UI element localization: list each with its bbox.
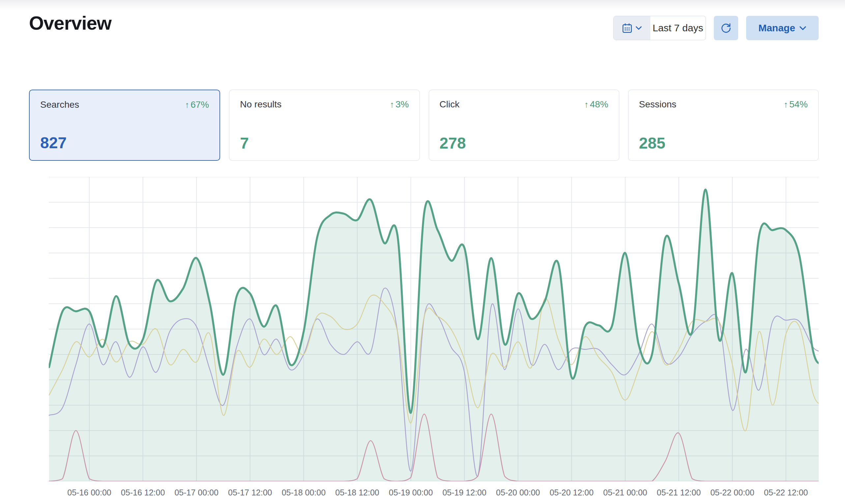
trend-up-icon: ↑ xyxy=(584,100,588,110)
x-axis-label: 05-22 12:00 xyxy=(764,488,808,498)
traffic-chart-canvas[interactable] xyxy=(49,177,818,481)
x-axis-label: 05-19 00:00 xyxy=(389,488,433,498)
metric-card-searches[interactable]: Searches ↑67% 827 xyxy=(29,90,220,161)
metric-card-no-results[interactable]: No results ↑3% 7 xyxy=(229,90,420,161)
date-range-picker[interactable]: Last 7 days xyxy=(613,16,706,40)
trend-up-icon: ↑ xyxy=(784,100,788,110)
x-axis-label: 05-20 00:00 xyxy=(496,488,540,498)
metric-value: 7 xyxy=(240,136,409,151)
refresh-icon xyxy=(720,22,732,34)
metric-label: Sessions xyxy=(639,99,676,110)
x-axis-label: 05-17 12:00 xyxy=(228,488,272,498)
metric-label: Searches xyxy=(40,100,79,110)
toolbar: Last 7 days Manage xyxy=(613,16,818,40)
trend-up-icon: ↑ xyxy=(390,100,394,110)
metric-card-click[interactable]: Click ↑48% 278 xyxy=(429,90,619,161)
chevron-down-icon xyxy=(799,26,807,31)
metric-delta: ↑67% xyxy=(185,100,209,110)
metric-value: 285 xyxy=(639,136,808,151)
manage-button-label: Manage xyxy=(758,22,795,34)
refresh-button[interactable] xyxy=(714,16,738,40)
x-axis-label: 05-21 12:00 xyxy=(657,488,701,498)
x-axis-label: 05-17 00:00 xyxy=(174,488,218,498)
x-axis-label: 05-19 12:00 xyxy=(442,488,486,498)
x-axis-label: 05-20 12:00 xyxy=(550,488,594,498)
metric-delta: ↑54% xyxy=(784,99,808,110)
x-axis-label: 05-21 00:00 xyxy=(603,488,647,498)
metric-delta: ↑48% xyxy=(584,99,609,110)
chevron-down-icon xyxy=(635,26,642,30)
traffic-chart: 05-16 00:0005-16 12:0005-17 00:0005-17 1… xyxy=(0,0,845,504)
page-title: Overview xyxy=(29,12,111,34)
calendar-icon xyxy=(621,22,633,34)
metric-value: 278 xyxy=(440,136,609,151)
metric-label: No results xyxy=(240,99,281,110)
manage-button[interactable]: Manage xyxy=(746,16,818,40)
metric-card-sessions[interactable]: Sessions ↑54% 285 xyxy=(628,90,818,161)
analytics-overview-page: Overview xyxy=(0,0,845,504)
metric-cards: Searches ↑67% 827 No results ↑3% 7 Click… xyxy=(29,90,818,161)
x-axis-label: 05-18 00:00 xyxy=(282,488,325,498)
x-axis-label: 05-22 00:00 xyxy=(710,488,754,498)
metric-delta: ↑3% xyxy=(390,99,409,110)
date-range-value[interactable]: Last 7 days xyxy=(650,16,706,40)
trend-up-icon: ↑ xyxy=(185,100,189,110)
x-axis-label: 05-18 12:00 xyxy=(335,488,379,498)
top-gradient xyxy=(0,0,845,10)
x-axis-label: 05-16 00:00 xyxy=(67,488,111,498)
date-picker-calendar-button[interactable] xyxy=(614,16,650,40)
metric-value: 827 xyxy=(40,135,209,151)
x-axis-label: 05-16 12:00 xyxy=(121,488,165,498)
metric-label: Click xyxy=(440,99,460,110)
